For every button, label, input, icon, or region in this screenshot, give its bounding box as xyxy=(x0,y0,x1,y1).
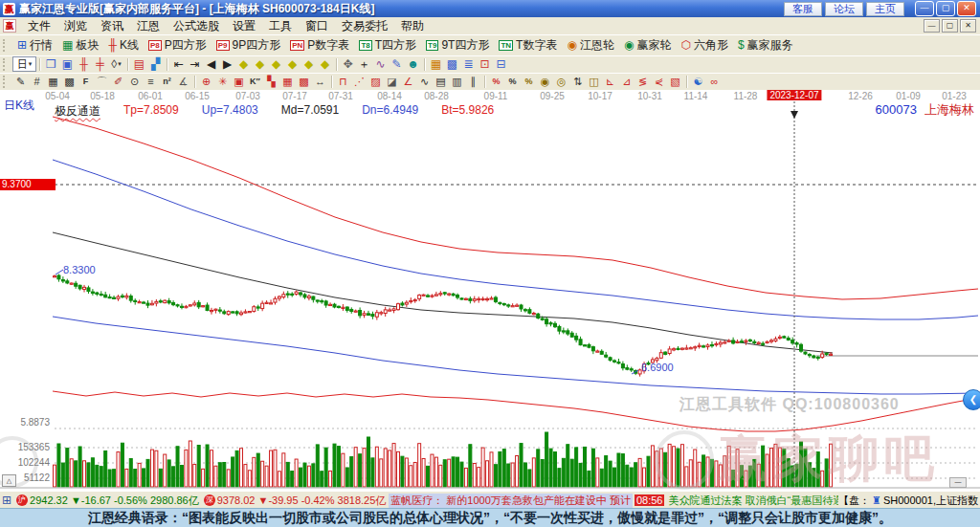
p-number-button[interactable]: PNP数字表 xyxy=(285,35,354,55)
minimize-pane-button[interactable]: — xyxy=(949,477,967,488)
winner-wheel-button[interactable]: ◉赢家轮 xyxy=(619,35,676,55)
gann-diamond-down-icon[interactable]: ◆ xyxy=(252,56,268,72)
tool-k-count-icon[interactable]: K″ xyxy=(247,74,263,89)
tool-percent-channel-icon[interactable]: % xyxy=(488,74,504,89)
gann-diamond-in-icon[interactable]: ◆ xyxy=(301,56,317,72)
menu-item-工具[interactable]: 工具 xyxy=(262,17,299,35)
titlebar-button-主页[interactable]: 主页 xyxy=(866,2,904,16)
menu-item-资讯[interactable]: 资讯 xyxy=(94,17,130,35)
tool-table-icon[interactable]: ▤ xyxy=(433,74,449,89)
tool-gold-ring-icon[interactable]: ◎ xyxy=(553,74,569,89)
tool-gate-icon[interactable]: ⊓ xyxy=(335,74,351,89)
indicator-name[interactable]: 极反通道 xyxy=(55,103,100,120)
tool-grid-icon[interactable]: ▦ xyxy=(45,74,61,89)
tool-lines-icon[interactable]: ≡ xyxy=(143,74,159,89)
tool-marks-icon[interactable]: ⋞ xyxy=(651,74,667,89)
tool-protractor-icon[interactable]: ∡ xyxy=(175,74,191,89)
tool-arc-icon[interactable]: ⌒ xyxy=(94,74,110,89)
tool-angle-icon[interactable]: ∠ xyxy=(400,74,416,89)
tool-wedge-icon[interactable]: ⊿ xyxy=(618,74,635,89)
gann-diamond-right-icon[interactable]: ◆ xyxy=(284,56,301,72)
index-quote-0[interactable]: 2942.32 ▼-16.67 -0.56% 2980.86亿 xyxy=(30,494,199,508)
market-grid-icon[interactable]: ⊞ xyxy=(2,494,11,507)
gann-diamond-out-icon[interactable]: ◆ xyxy=(317,56,333,72)
news-item[interactable]: 美众院通过法案 取消俄白“最惠国待遇” xyxy=(666,494,838,508)
mdi-restore-button[interactable]: ▢ xyxy=(942,19,958,33)
quote-box-icon[interactable]: ▣ xyxy=(59,56,76,72)
tool-grid2-icon[interactable]: ▩ xyxy=(61,74,78,89)
menu-item-浏览[interactable]: 浏览 xyxy=(57,17,94,35)
paint-chart-icon[interactable]: ▞ xyxy=(147,56,164,72)
t-number-button[interactable]: TNT数字表 xyxy=(494,35,562,55)
volume-pane-expand-button[interactable]: △ xyxy=(2,474,16,487)
gann-diamond-left-icon[interactable]: ◆ xyxy=(268,56,284,72)
tool-parallel-icon[interactable]: ∥ xyxy=(465,74,481,89)
winner-service-button[interactable]: $赢家服务 xyxy=(733,35,798,55)
tool-grid-red2-icon[interactable]: ▩ xyxy=(296,74,312,89)
tool-grid-red-icon[interactable]: ▦ xyxy=(279,74,296,89)
crosshair-tool-icon[interactable]: ＋ xyxy=(356,56,372,72)
mdi-close-button[interactable]: ✕ xyxy=(960,19,976,33)
tool-gold-circle-icon[interactable]: ◉ xyxy=(537,74,553,89)
bars-small-icon[interactable]: ╪ xyxy=(92,56,108,72)
tool-infinity-icon[interactable]: ∞ xyxy=(706,74,723,89)
titlebar-button-论坛[interactable]: 论坛 xyxy=(825,2,863,16)
minimize-button[interactable]: — xyxy=(915,1,934,16)
tool-percent-icon[interactable]: % xyxy=(504,74,521,89)
annotate-tool-icon[interactable]: ✎ xyxy=(389,56,405,72)
tool-angle2-icon[interactable]: ⊾ xyxy=(602,74,618,89)
gann-wheel-button[interactable]: ◉江恩轮 xyxy=(562,35,618,55)
tool-pen-icon[interactable]: ✎ xyxy=(12,74,29,89)
publish-icon[interactable]: ⊟ xyxy=(493,56,509,72)
close-button[interactable]: ✕ xyxy=(957,1,976,16)
calendar-icon[interactable]: ▦ xyxy=(428,56,444,72)
screenshot-icon[interactable]: ⊡ xyxy=(477,56,493,72)
period-day-button[interactable]: 日▾ xyxy=(12,56,36,72)
p9-square-button[interactable]: P99P四方形 xyxy=(212,35,285,55)
quotes-button[interactable]: ⊞行情 xyxy=(12,35,57,55)
reversal-pattern-icon[interactable]: ▤ xyxy=(131,56,147,72)
community-icon[interactable]: ☻ xyxy=(405,56,421,72)
tool-expand-icon[interactable]: ↔ xyxy=(312,74,328,89)
tool-updown-icon[interactable]: ⇅ xyxy=(569,74,586,89)
tool-n2-icon[interactable]: n² xyxy=(159,74,175,89)
hand-tool-icon[interactable]: ✥ xyxy=(340,56,356,72)
news-item[interactable]: 蓝帆医疗： 新的1000万套急救包产能在建设中 预计 xyxy=(389,494,633,508)
tool-gann-fan-icon[interactable]: ✳ xyxy=(214,74,231,89)
menu-item-帮助[interactable]: 帮助 xyxy=(394,17,431,35)
window-layout-icon[interactable]: ❒ xyxy=(43,56,59,72)
t9-square-button[interactable]: T99T四方形 xyxy=(421,35,494,55)
tool-gann-square-icon[interactable]: ▣ xyxy=(231,74,247,89)
first-bar-icon[interactable]: ⇤ xyxy=(170,56,187,72)
tool-gann-circle-icon[interactable]: ⊕ xyxy=(198,74,214,89)
tool-table2-icon[interactable]: ▥ xyxy=(449,74,465,89)
sector-button[interactable]: ▦板块 xyxy=(57,35,103,55)
index-quote-1[interactable]: 9378.02 ▼-39.95 -0.42% 3818.25亿 xyxy=(217,494,387,508)
curve-tool-icon[interactable]: ∿ xyxy=(372,56,389,72)
tool-cycle-icon[interactable]: ⊙ xyxy=(126,74,143,89)
hexagon-button[interactable]: ⬡六角形 xyxy=(676,35,732,55)
menu-item-窗口[interactable]: 窗口 xyxy=(299,17,335,35)
tool-channel-icon[interactable]: ≶ xyxy=(635,74,651,89)
prev-bar-icon[interactable]: ◀ xyxy=(203,56,219,72)
tool-yinyang-icon[interactable]: ☯ xyxy=(690,74,706,89)
menu-item-设置[interactable]: 设置 xyxy=(226,17,262,35)
tool-hatch-red-icon[interactable]: ▨ xyxy=(368,74,384,89)
tool-percent-retrace-icon[interactable]: % xyxy=(521,74,537,89)
maximize-button[interactable]: ▢ xyxy=(936,1,955,16)
collapse-right-panel-button[interactable]: ❮ xyxy=(963,389,980,410)
tool-fan-lines-icon[interactable]: ⋰ xyxy=(351,74,368,89)
tool-shade-icon[interactable]: ◪ xyxy=(384,74,400,89)
save-icon[interactable]: ≣ xyxy=(460,56,477,72)
menu-item-文件[interactable]: 文件 xyxy=(21,17,57,35)
kline-button[interactable]: ╫K线 xyxy=(103,35,144,55)
tool-gold-box-icon[interactable]: ◫ xyxy=(586,74,602,89)
last-bar-icon[interactable]: ⇥ xyxy=(187,56,203,72)
menu-item-公式选股[interactable]: 公式选股 xyxy=(167,17,226,35)
tool-hatch-icon[interactable]: # xyxy=(29,74,45,89)
t-square-button[interactable]: T8T四方形 xyxy=(354,35,421,55)
p-square-button[interactable]: P8P四方形 xyxy=(144,35,212,55)
mdi-minimize-button[interactable]: — xyxy=(924,19,940,33)
menu-item-江恩[interactable]: 江恩 xyxy=(130,17,167,35)
current-symbol-label[interactable]: SH000001,上证指数 xyxy=(883,494,978,508)
